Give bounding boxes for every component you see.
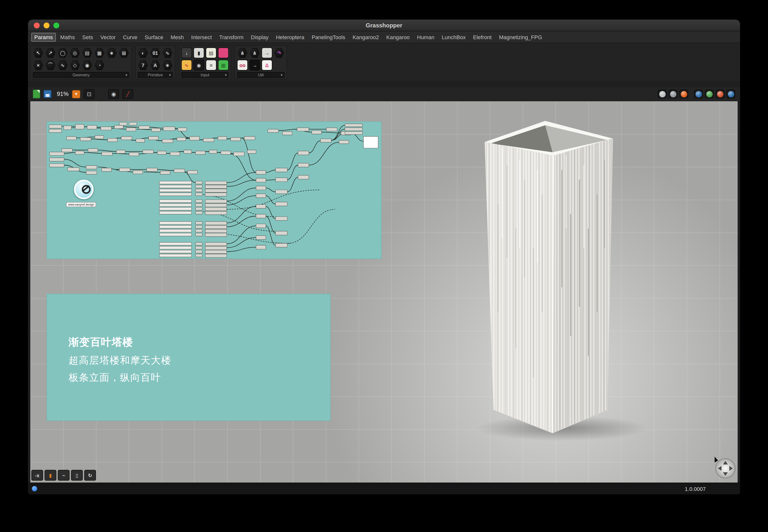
param-plane-icon[interactable]: ▤ [82,47,92,58]
graph-node[interactable] [276,217,287,220]
tab-transform[interactable]: Transform [216,33,246,41]
graph-node[interactable] [159,181,192,184]
graph-node[interactable] [205,233,227,237]
panel-strip-icon[interactable]: ▯ [71,470,83,481]
tab-params[interactable]: Params [31,33,56,41]
param-sphere-icon[interactable]: ◉ [82,60,92,70]
graph-node[interactable] [75,151,84,154]
graph-node[interactable] [256,224,266,228]
graph-node[interactable] [196,185,202,188]
display-ghosted-icon[interactable] [726,90,735,98]
ribbon-group-menu-icon[interactable]: ▾ [225,73,227,77]
graph-node[interactable] [268,129,279,133]
tab-display[interactable]: Display [248,33,271,41]
tab-elefront[interactable]: Elefront [470,33,495,41]
close-window-button[interactable] [34,23,40,28]
tab-sets[interactable]: Sets [79,33,96,41]
graph-node[interactable] [276,231,287,235]
tab-heteroptera[interactable]: Heteroptera [273,33,307,41]
graph-node[interactable] [159,207,192,210]
graph-node[interactable] [147,168,157,172]
graph-node[interactable] [205,185,227,188]
maximize-window-button[interactable] [53,23,59,28]
tab-kangaroo2[interactable]: Kangaroo2 [350,33,382,41]
graph-node[interactable] [205,193,227,196]
graph-node[interactable] [205,250,227,254]
graph-node[interactable] [101,127,111,130]
preview-ball-icon[interactable] [658,90,667,98]
history-icon[interactable]: ↻ [84,470,96,481]
graph-node[interactable] [196,151,205,154]
graph-node[interactable] [49,164,64,167]
graph-node[interactable] [205,189,227,192]
graph-node[interactable] [276,190,287,194]
graph-node[interactable] [196,193,202,196]
tab-maths[interactable]: Maths [57,33,78,41]
tab-mesh[interactable]: Mesh [168,33,187,41]
graph-node[interactable] [321,139,331,142]
graph-node[interactable] [159,211,192,214]
graph-node[interactable] [256,186,266,190]
graph-node[interactable] [119,168,130,172]
graph-node[interactable] [80,138,91,141]
graph-node[interactable] [297,128,309,131]
graph-node[interactable] [68,168,79,171]
graph-node[interactable] [102,152,112,155]
knob-icon[interactable]: ◉ [194,60,204,70]
graph-node[interactable] [107,139,117,142]
graph-node[interactable] [178,128,186,131]
ribbon-group-menu-icon[interactable]: ▾ [169,73,171,77]
graph-node[interactable] [196,246,202,249]
graph-node[interactable] [205,225,227,229]
graph-node[interactable] [49,158,64,161]
minimize-window-button[interactable] [44,23,49,28]
graph-node[interactable] [139,126,150,129]
graph-node[interactable] [149,137,158,140]
graph-node[interactable] [196,250,202,253]
tab-human[interactable]: Human [414,33,437,41]
graph-node[interactable] [159,200,192,203]
cluster-toggle-icon[interactable]: ▮ [45,470,56,481]
graph-node[interactable] [88,149,98,152]
data-recorder-icon[interactable]: → [249,60,260,70]
graph-node[interactable] [276,168,287,172]
graph-node[interactable] [256,205,266,208]
param-surface-icon[interactable]: ◔ [94,60,105,70]
param-box-icon[interactable]: ▦ [94,47,105,58]
graph-node[interactable] [136,139,145,142]
graph-node[interactable] [276,178,287,182]
graph-node[interactable] [177,138,185,141]
graph-node[interactable] [119,122,127,125]
graph-node[interactable] [205,200,227,203]
graph-node[interactable] [256,178,266,182]
graph-node[interactable] [116,150,125,153]
graph-node[interactable] [196,211,202,214]
param-geometry-pick-icon[interactable]: ↖ [33,47,44,58]
graph-node[interactable] [209,150,217,153]
graph-node[interactable] [205,246,227,250]
galapagos-icon[interactable]: oo [237,60,248,70]
param-symbol-icon[interactable]: ∗ [162,60,173,70]
graph-node[interactable] [205,181,227,185]
tab-magnetizing-fpg[interactable]: Magnetizing_FPG [496,33,545,41]
graph-node[interactable] [187,171,198,174]
graph-node[interactable] [126,128,136,131]
graph-node[interactable] [234,152,245,156]
param-remove-icon[interactable]: × [33,60,44,70]
graph-node[interactable] [159,229,192,232]
tab-curve[interactable]: Curve [120,33,140,41]
graph-node[interactable] [196,189,202,192]
graph-node[interactable] [205,221,227,225]
graph-node[interactable] [86,166,97,169]
preview-eye-button[interactable]: ◉ [108,89,119,99]
graph-node[interactable] [86,171,97,174]
graph-node[interactable] [196,229,202,232]
graph-node[interactable] [159,233,192,236]
graph-node[interactable] [196,207,202,210]
param-arc-icon[interactable]: ⌒ [45,60,56,70]
graft-tree-icon[interactable]: ⋔ [237,47,248,58]
graph-mapper-icon[interactable]: ∿ [181,60,192,70]
graph-node[interactable] [256,236,266,240]
ribbon-group-menu-icon[interactable]: ▾ [281,73,283,77]
tab-intersect[interactable]: Intersect [188,33,215,41]
